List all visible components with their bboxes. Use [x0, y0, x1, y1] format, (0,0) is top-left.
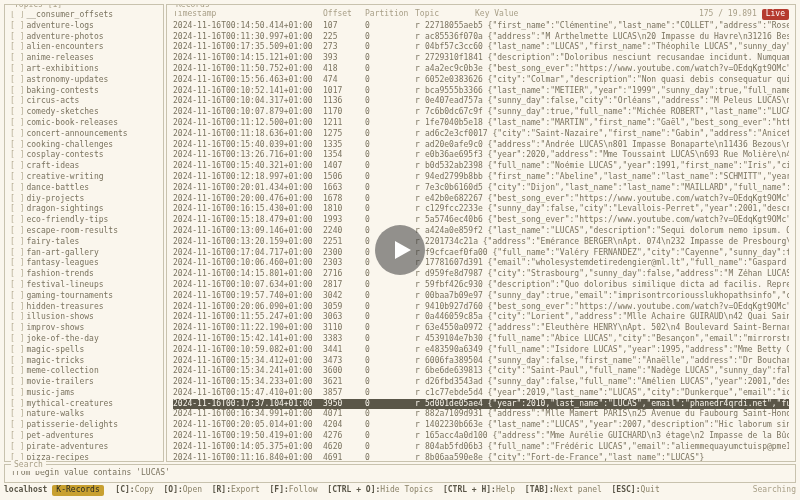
record-row[interactable]: 2024-11-16T00:20:06.090+01:0030590r9410b… — [173, 302, 789, 313]
record-row[interactable]: 2024-11-16T00:10:07.879+01:0011700r7c6b0… — [173, 107, 789, 118]
record-row[interactable]: 2024-11-16T00:15:56.463+01:004740r6052e0… — [173, 75, 789, 86]
topic-item[interactable]: [ ]craft-ideas — [9, 161, 159, 172]
record-row[interactable]: 2024-11-16T00:11:50.752+01:004180ra4a2ec… — [173, 64, 789, 75]
topic-item[interactable]: [ ]meme-collection — [9, 366, 159, 377]
record-row[interactable]: 2024-11-16T00:20:00.476+01:0016780re42b0… — [173, 194, 789, 205]
topic-item[interactable]: [ ]gaming-tournaments — [9, 291, 159, 302]
record-row[interactable]: 2024-11-16T00:10:04.317+01:0011360r0e407… — [173, 96, 789, 107]
topic-item[interactable]: [ ]nature-walks — [9, 409, 159, 420]
topic-item[interactable]: [ ]magic-tricks — [9, 356, 159, 367]
record-row[interactable]: 2024-11-16T00:20:05.014+01:0042040r14022… — [173, 420, 789, 431]
topic-item[interactable]: [ ]patisserie-delights — [9, 420, 159, 431]
topic-item[interactable]: [ ]festival-lineups — [9, 280, 159, 291]
record-row[interactable]: 2024-11-16T00:13:20.159+01:0022510r22017… — [173, 237, 789, 248]
topic-item[interactable]: [ ]fantasy-leagues — [9, 258, 159, 269]
record-row[interactable]: 2024-11-16T00:11:30.997+01:002250rac8553… — [173, 32, 789, 43]
topic-item[interactable]: [ ]cosplay-contests — [9, 150, 159, 161]
record-row[interactable]: 2024-11-16T00:20:01.434+01:0016630r7e3c0… — [173, 183, 789, 194]
topic-item[interactable]: [ ]comic-book-releases — [9, 118, 159, 129]
topic-item[interactable]: [ ]movie-trailers — [9, 377, 159, 388]
topics-list[interactable]: [ ]__consumer_offsets[ ]adventure-logs[ … — [5, 5, 163, 461]
topic-item[interactable]: [ ]baking-contests — [9, 86, 159, 97]
record-row[interactable]: 2024-11-16T00:16:15.430+01:0018100rc129f… — [173, 204, 789, 215]
record-row[interactable]: 2024-11-16T00:15:34.241+01:0036000r6be6d… — [173, 366, 789, 377]
footer-key[interactable]: [CTRL + H]:Help — [433, 485, 515, 494]
record-row[interactable]: 2024-11-16T00:10:07.634+01:0028170r59fbf… — [173, 280, 789, 291]
record-row[interactable]: 2024-11-16T00:11:22.190+01:0031100r63e45… — [173, 323, 789, 334]
topic-item[interactable]: [ ]diy-projects — [9, 194, 159, 205]
topic-item[interactable]: [ ]hidden-treasures — [9, 302, 159, 313]
topic-item[interactable]: [ ]dance-battles — [9, 183, 159, 194]
footer-key[interactable]: [ESC]:Quit — [602, 485, 660, 494]
record-row[interactable]: 2024-11-16T00:13:09.146+01:0022400ra424a… — [173, 226, 789, 237]
topic-item[interactable]: [ ]eco-friendly-tips — [9, 215, 159, 226]
topic-item[interactable]: [ ]astronomy-updates — [9, 75, 159, 86]
record-row[interactable]: 2024-11-16T00:14:15.801+01:0027160rd959f… — [173, 269, 789, 280]
footer-bar: localhost K-Records [C]:Copy [O]:Open [R… — [4, 485, 796, 496]
record-row[interactable]: 2024-11-16T00:15:42.141+01:0033830r45391… — [173, 334, 789, 345]
topic-item[interactable]: [ ]comedy-sketches — [9, 107, 159, 118]
topic-item[interactable]: [ ]dragon-sightings — [9, 204, 159, 215]
footer-key[interactable]: [C]:Copy — [106, 485, 154, 494]
topic-item[interactable]: [ ]pirate-adventures — [9, 442, 159, 453]
footer-key[interactable]: [F]:Follow — [260, 485, 318, 494]
record-row[interactable]: 2024-11-16T00:19:50.419+01:0042760r165ac… — [173, 431, 789, 442]
topics-title: Topics [1] — [11, 4, 65, 11]
topic-item[interactable]: [ ]anime-releases — [9, 53, 159, 64]
record-row[interactable]: 2024-11-16T00:10:06.460+01:0023030r17781… — [173, 258, 789, 269]
play-overlay-button[interactable] — [375, 225, 425, 275]
record-row[interactable]: 2024-11-16T00:14:15.121+01:003930r272931… — [173, 53, 789, 64]
footer-active-tab[interactable]: K-Records — [52, 485, 103, 496]
topic-item[interactable]: [ ]fan-art-gallery — [9, 248, 159, 259]
record-row[interactable]: 2024-11-16T00:15:34.233+01:0036210rd26fb… — [173, 377, 789, 388]
record-row[interactable]: 2024-11-16T00:11:55.247+01:0030630r0a446… — [173, 312, 789, 323]
record-row[interactable]: 2024-11-16T00:11:16.840+01:0046910r8b06a… — [173, 453, 789, 462]
topic-item[interactable]: [ ]concert-announcements — [9, 129, 159, 140]
record-row[interactable]: 2024-11-16T00:14:50.414+01:001070r227180… — [173, 21, 789, 32]
footer-key[interactable]: [R]:Export — [202, 485, 260, 494]
topic-item[interactable]: [ ]adventure-logs — [9, 21, 159, 32]
topic-item[interactable]: [ ]adventure-photos — [9, 32, 159, 43]
footer-key[interactable]: [TAB]:Next panel — [515, 485, 602, 494]
record-row[interactable]: 2024-11-16T00:15:18.479+01:0019930r5a574… — [173, 215, 789, 226]
topic-item[interactable]: [ ]fairy-tales — [9, 237, 159, 248]
play-icon — [390, 238, 414, 262]
record-row[interactable]: 2024-11-16T00:15:47.410+01:0038570rc1c77… — [173, 388, 789, 399]
record-row[interactable]: 2024-11-16T00:15:40.321+01:0014070rb0d53… — [173, 161, 789, 172]
topic-item[interactable]: [ ]pet-adventures — [9, 431, 159, 442]
footer-key[interactable]: [O]:Open — [154, 485, 202, 494]
col-topic: Topic — [415, 9, 475, 20]
record-row[interactable]: 2024-11-16T00:10:52.141+01:0010170rbca95… — [173, 86, 789, 97]
record-row[interactable]: 2024-11-16T00:10:59.082+01:0034410re4835… — [173, 345, 789, 356]
topic-item[interactable]: [ ]cooking-challenges — [9, 140, 159, 151]
topic-item[interactable]: [ ]illusion-shows — [9, 312, 159, 323]
record-row[interactable]: 2024-11-16T00:15:40.039+01:0013350rad20e… — [173, 140, 789, 151]
record-row[interactable]: 2024-11-16T00:14:05.375+01:0046200r804ab… — [173, 442, 789, 453]
record-row[interactable]: 2024-11-16T00:15:34.412+01:0034730r6006f… — [173, 356, 789, 367]
topic-item[interactable]: [ ]magic-spells — [9, 345, 159, 356]
record-row[interactable]: 2024-11-16T00:17:35.509+01:002730r04bf57… — [173, 42, 789, 53]
topic-item[interactable]: [ ]circus-acts — [9, 96, 159, 107]
topic-item[interactable]: [ ]alien-encounters — [9, 42, 159, 53]
topic-item[interactable]: [ ]improv-shows — [9, 323, 159, 334]
topic-item[interactable]: [ ]music-jams — [9, 388, 159, 399]
record-row[interactable]: 2024-11-16T00:17:04.717+01:0023000rf9cfc… — [173, 248, 789, 259]
record-row[interactable]: 2024-11-16T00:13:26.716+01:0013540re0b36… — [173, 150, 789, 161]
topic-item[interactable]: [ ]art-exhibitions — [9, 64, 159, 75]
records-body[interactable]: 2024-11-16T00:14:50.414+01:001070r227180… — [167, 21, 795, 462]
record-row[interactable]: 2024-11-16T00:17:37.104+01:0039500r5d001… — [173, 399, 789, 410]
topic-item[interactable]: [ ]mythical-creatures — [9, 399, 159, 410]
record-row[interactable]: 2024-11-16T00:11:12.500+01:0012110r1fe70… — [173, 118, 789, 129]
record-row[interactable]: 2024-11-16T00:19:57.740+01:0030420r00baa… — [173, 291, 789, 302]
record-row[interactable]: 2024-11-16T00:11:18.636+01:0012750rad6c2… — [173, 129, 789, 140]
search-pane[interactable]: Search from begin value contains 'LUCAS' — [4, 464, 796, 483]
topic-item[interactable]: [ ]escape-room-results — [9, 226, 159, 237]
record-row[interactable]: 2024-11-16T00:12:18.997+01:0015060r94ed2… — [173, 172, 789, 183]
footer-key[interactable]: [CTRL + O]:Hide Topics — [318, 485, 434, 494]
topic-item[interactable]: [ ]joke-of-the-day — [9, 334, 159, 345]
topic-item[interactable]: [ ]fashion-trends — [9, 269, 159, 280]
footer-searching: Searching — [753, 485, 796, 496]
topic-item[interactable]: [ ]__consumer_offsets — [9, 10, 159, 21]
record-row[interactable]: 2024-11-16T00:16:34.991+01:0040710r882a7… — [173, 409, 789, 420]
topic-item[interactable]: [ ]creative-writing — [9, 172, 159, 183]
